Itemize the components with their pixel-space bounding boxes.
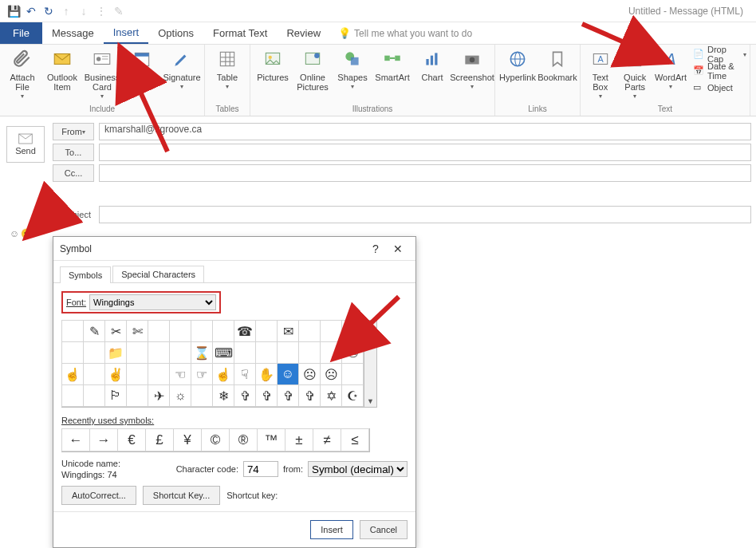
insert-button[interactable]: Insert bbox=[310, 520, 353, 539]
chart-button[interactable]: Chart bbox=[413, 46, 451, 82]
symbol-cell[interactable]: ✡ bbox=[320, 384, 342, 407]
attach-file-button[interactable]: Attach File▾ bbox=[3, 46, 41, 101]
subject-input[interactable] bbox=[99, 206, 751, 223]
symbol-cell[interactable]: ☹ bbox=[320, 363, 342, 385]
symbol-cell[interactable]: ✋ bbox=[255, 363, 278, 385]
symbol-cell[interactable]: ☜ bbox=[169, 363, 191, 385]
symbol-cell[interactable]: ☝ bbox=[61, 363, 84, 385]
recent-symbol-cell[interactable]: € bbox=[117, 428, 146, 451]
symbol-cell[interactable] bbox=[341, 363, 364, 385]
symbol-cell[interactable]: ☺ bbox=[277, 363, 299, 385]
recent-symbol-cell[interactable]: ¥ bbox=[173, 428, 202, 451]
symbol-cell[interactable]: ✂ bbox=[104, 320, 127, 342]
symbol-cell[interactable]: ⌨ bbox=[212, 341, 234, 364]
send-button[interactable]: Send bbox=[6, 126, 45, 163]
pictures-button[interactable]: Pictures bbox=[254, 46, 292, 82]
outlook-item-button[interactable]: Outlook Item bbox=[43, 46, 81, 92]
symbol-cell[interactable] bbox=[61, 384, 84, 407]
tab-insert[interactable]: Insert bbox=[104, 22, 149, 44]
symbol-cell[interactable]: ☹ bbox=[298, 363, 321, 385]
screenshot-button[interactable]: Screenshot▾ bbox=[453, 46, 491, 92]
symbol-cell[interactable] bbox=[191, 320, 213, 342]
tab-symbols[interactable]: Symbols bbox=[60, 266, 111, 283]
symbol-cell[interactable]: ✇ bbox=[341, 341, 364, 364]
drop-cap-button[interactable]: 📄 Drop Cap ▾ bbox=[693, 46, 746, 62]
shortcut-key-button[interactable]: Shortcut Key... bbox=[143, 486, 220, 505]
undo-icon[interactable]: ↶ bbox=[22, 2, 40, 20]
symbol-cell[interactable]: ☝ bbox=[212, 363, 234, 385]
scroll-up-icon[interactable]: ▲ bbox=[365, 321, 376, 332]
symbol-grid-scrollbar[interactable]: ▲ ▼ bbox=[364, 320, 377, 408]
symbol-cell[interactable] bbox=[341, 320, 364, 342]
object-button[interactable]: ▭ Object bbox=[693, 80, 746, 96]
symbol-cell[interactable]: 📁 bbox=[104, 341, 127, 364]
emoji-smile-icon[interactable]: ☺ bbox=[10, 228, 19, 239]
bookmark-button[interactable]: Bookmark bbox=[538, 46, 577, 82]
tab-file[interactable]: File bbox=[0, 22, 42, 44]
symbol-cell[interactable] bbox=[298, 320, 321, 342]
symbol-cell[interactable] bbox=[126, 341, 148, 364]
symbol-cell[interactable] bbox=[148, 341, 170, 364]
symbol-cell[interactable] bbox=[148, 320, 170, 342]
tab-options[interactable]: Options bbox=[148, 22, 203, 44]
redo-icon[interactable]: ↻ bbox=[40, 2, 57, 20]
tab-special-characters[interactable]: Special Characters bbox=[112, 266, 204, 282]
symbol-cell[interactable]: ⌛ bbox=[191, 341, 213, 364]
recent-symbol-cell[interactable]: ≠ bbox=[313, 428, 341, 451]
symbol-cell[interactable] bbox=[169, 320, 191, 342]
from-select[interactable]: Symbol (decimal) bbox=[308, 461, 408, 477]
hyperlink-button[interactable]: Hyperlink bbox=[498, 46, 537, 82]
emoji-neutral-icon[interactable]: 😐 bbox=[21, 228, 33, 239]
scroll-down-icon[interactable]: ▼ bbox=[365, 396, 376, 407]
shapes-button[interactable]: Shapes▾ bbox=[333, 46, 372, 92]
symbol-cell[interactable]: ✞ bbox=[298, 384, 321, 407]
smartart-button[interactable]: SmartArt bbox=[373, 46, 411, 82]
symbol-cell[interactable]: ✞ bbox=[277, 384, 299, 407]
symbol-cell[interactable] bbox=[169, 341, 191, 364]
symbol-cell[interactable]: ☼ bbox=[169, 384, 191, 407]
help-button[interactable]: ? bbox=[364, 238, 387, 260]
to-button[interactable]: To... bbox=[53, 144, 94, 161]
recent-symbol-cell[interactable]: £ bbox=[145, 428, 174, 451]
save-icon[interactable]: 💾 bbox=[5, 2, 22, 20]
symbol-cell[interactable]: ✉ bbox=[277, 320, 299, 342]
calendar-button[interactable]: Calendar bbox=[123, 46, 161, 82]
recent-symbol-cell[interactable]: ® bbox=[229, 428, 258, 451]
symbol-cell[interactable] bbox=[255, 320, 278, 342]
tab-review[interactable]: Review bbox=[277, 22, 330, 44]
tab-message[interactable]: Message bbox=[42, 22, 104, 44]
tell-me-search[interactable]: 💡 Tell me what you want to do bbox=[338, 22, 472, 44]
symbol-cell[interactable] bbox=[320, 320, 342, 342]
symbol-cell[interactable]: ☞ bbox=[191, 363, 213, 385]
cancel-button[interactable]: Cancel bbox=[360, 520, 408, 539]
recent-symbol-cell[interactable]: © bbox=[201, 428, 230, 451]
symbol-cell[interactable] bbox=[191, 384, 213, 407]
symbol-cell[interactable]: 🏳 bbox=[104, 384, 127, 407]
signature-button[interactable]: Signature▾ bbox=[163, 46, 201, 92]
symbol-cell[interactable] bbox=[61, 341, 84, 364]
business-card-button[interactable]: Business Card▾ bbox=[83, 46, 121, 101]
symbol-cell[interactable]: ✞ bbox=[255, 384, 278, 407]
recent-symbol-cell[interactable]: ← bbox=[61, 428, 90, 451]
recent-symbol-cell[interactable]: ± bbox=[285, 428, 313, 451]
symbol-cell[interactable]: ☟ bbox=[234, 363, 256, 385]
recent-symbol-cell[interactable]: → bbox=[89, 428, 118, 451]
symbol-cell[interactable] bbox=[148, 363, 170, 385]
symbol-cell[interactable] bbox=[126, 384, 148, 407]
to-input[interactable] bbox=[99, 144, 751, 161]
symbol-cell[interactable]: ✎ bbox=[83, 320, 105, 342]
date-time-button[interactable]: 📅 Date & Time bbox=[693, 63, 746, 79]
brush-icon[interactable]: ✎ bbox=[110, 2, 128, 20]
symbol-cell[interactable] bbox=[212, 320, 234, 342]
text-box-button[interactable]: A Text Box▾ bbox=[584, 46, 616, 101]
more-icon[interactable]: ⋮ bbox=[93, 2, 110, 20]
table-button[interactable]: Table▾ bbox=[208, 46, 246, 92]
wordart-button[interactable]: A WordArt▾ bbox=[653, 46, 688, 92]
tab-format-text[interactable]: Format Text bbox=[203, 22, 277, 44]
symbol-cell[interactable]: ❄ bbox=[212, 384, 234, 407]
symbol-cell[interactable]: ✞ bbox=[234, 384, 256, 407]
symbol-cell[interactable]: ✌ bbox=[104, 363, 127, 385]
char-code-input[interactable] bbox=[243, 461, 278, 477]
close-button[interactable]: ✕ bbox=[387, 238, 409, 260]
symbol-cell[interactable] bbox=[277, 341, 299, 364]
